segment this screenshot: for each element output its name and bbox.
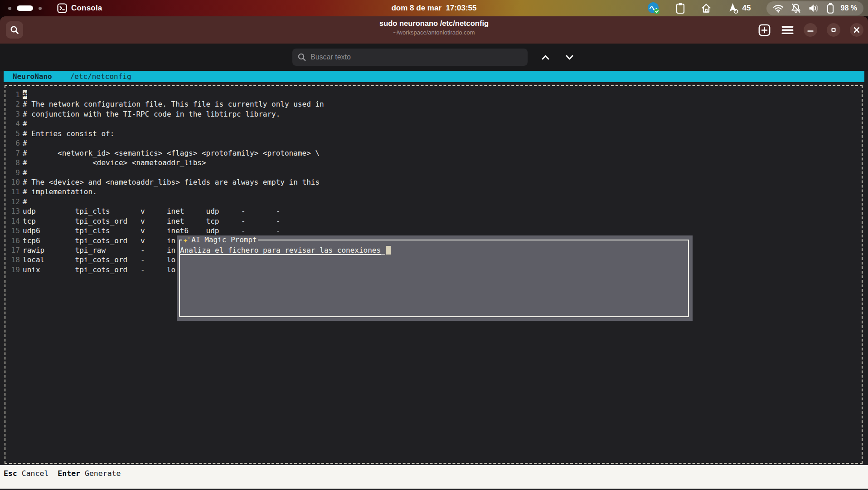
line-text: #	[23, 168, 27, 177]
editor-line: 11# implementation.	[9, 187, 862, 196]
system-tray: 45	[647, 0, 863, 16]
search-input[interactable]	[292, 49, 528, 66]
dialog-title-bar: ✦✦ AI Magic Prompt	[182, 235, 258, 245]
battery-percentage: 98 %	[841, 4, 857, 12]
line-number: 4	[9, 119, 20, 128]
editor-line: 2# The network configuration file. This …	[9, 99, 862, 109]
workspace-active-pill[interactable]	[17, 5, 33, 11]
line-number: 5	[9, 129, 20, 138]
window-actions	[757, 16, 863, 44]
line-text: # The <device> and <nametoaddr_libs> fie…	[23, 177, 320, 187]
line-text: # The network configuration file. This f…	[23, 99, 324, 109]
line-number: 11	[9, 187, 20, 196]
system-bar: Consola dom 8 de mar 17:03:55	[0, 0, 868, 16]
line-text: #	[23, 119, 27, 128]
window-subtitle: ~/workspace/antoniotirado.com	[0, 29, 868, 36]
line-number: 8	[9, 158, 20, 167]
focused-app[interactable]: Consola	[57, 3, 102, 13]
home-icon[interactable]	[701, 3, 712, 14]
line-number: 14	[9, 216, 20, 226]
battery-icon	[827, 3, 834, 14]
line-text: udp6 tpi_clts v inet6 udp - -	[23, 226, 280, 235]
tray-counter[interactable]: 45	[727, 2, 751, 14]
line-text: tcp6 tpi_cots_ord v in	[23, 236, 175, 245]
terminal-window: sudo neuronano /etc/netconfig ~/workspac…	[0, 16, 868, 490]
line-text: # implementation.	[23, 187, 97, 196]
notifications-muted-icon	[790, 3, 801, 14]
line-text: local tpi_cots_ord - lo	[23, 255, 175, 265]
workspace-indicator[interactable]	[8, 5, 42, 11]
footer-key-hint: Esc Cancel	[4, 469, 48, 478]
line-text: rawip tpi_raw - in	[23, 245, 175, 255]
footer-keybar: Esc CancelEnter Generate	[0, 465, 868, 489]
prompt-text: Analiza el fichero para revisar las cone…	[180, 245, 381, 255]
editor-line: 12#	[9, 197, 862, 206]
ai-magic-prompt-dialog: ✦✦ AI Magic Prompt Analiza el fichero pa…	[177, 235, 693, 321]
line-number: 19	[9, 265, 20, 274]
editor-line: 1#	[9, 90, 862, 99]
window-title: sudo neuronano /etc/netconfig	[0, 19, 868, 28]
line-number: 15	[9, 226, 20, 235]
line-text: # Entries consist of:	[23, 129, 114, 138]
editor-line: 6#	[9, 138, 862, 148]
line-number: 3	[9, 109, 20, 119]
editor-line: 14tcp tpi_cots_ord v inet tcp - -	[9, 216, 862, 226]
editor-line: 3# conjunction with the TI-RPC code in t…	[9, 109, 862, 119]
line-text: # <device> <nametoaddr_libs>	[23, 158, 206, 167]
footer-keys: Esc CancelEnter Generate	[4, 469, 130, 478]
editor-line: 4#	[9, 119, 862, 128]
maximize-button[interactable]	[827, 23, 840, 37]
line-number: 1	[9, 90, 20, 99]
clock[interactable]: dom 8 de mar 17:03:55	[391, 0, 476, 16]
status-pill[interactable]: 98 %	[766, 1, 863, 15]
editor-line: 15udp6 tpi_clts v inet6 udp - -	[9, 226, 862, 235]
terminal-app-icon	[57, 3, 67, 13]
line-number: 7	[9, 148, 20, 158]
line-text: # conjunction with the TI-RPC code in th…	[23, 109, 280, 119]
editor-line: 10# The <device> and <nametoaddr_libs> f…	[9, 177, 862, 187]
window-header: sudo neuronano /etc/netconfig ~/workspac…	[0, 16, 868, 44]
dialog-title: AI Magic Prompt	[191, 235, 257, 245]
editor-line: 9#	[9, 168, 862, 177]
nano-app-name: NeuroNano	[13, 72, 52, 81]
editor-line: 5# Entries consist of:	[9, 129, 862, 138]
line-text: # <network_id> <semantics> <flags> <prot…	[23, 148, 320, 158]
sparkles-icon: ✦✦	[183, 235, 188, 245]
line-number: 6	[9, 138, 20, 148]
nano-title-bar: NeuroNano /etc/netconfig	[4, 71, 864, 82]
line-number: 16	[9, 236, 20, 245]
line-text: tcp tpi_cots_ord v inet tcp - -	[23, 216, 280, 226]
nano-file-path: /etc/netconfig	[70, 72, 131, 81]
line-number: 12	[9, 197, 20, 206]
sync-app-icon[interactable]	[647, 2, 660, 15]
window-title-block: sudo neuronano /etc/netconfig ~/workspac…	[0, 19, 868, 36]
line-text: #	[23, 197, 27, 206]
paper-plane-icon	[727, 2, 739, 14]
workspace-dot[interactable]	[39, 7, 42, 10]
footer-key-hint: Enter Generate	[58, 469, 121, 478]
new-tab-button[interactable]	[757, 23, 771, 37]
minimize-button[interactable]	[804, 23, 817, 37]
line-number: 9	[9, 168, 20, 177]
tray-counter-value: 45	[742, 4, 751, 13]
prompt-trailing-space	[381, 246, 385, 255]
line-number: 2	[9, 99, 20, 109]
editor-line: 7# <network_id> <semantics> <flags> <pro…	[9, 148, 862, 158]
app-name: Consola	[71, 4, 102, 13]
close-button[interactable]	[850, 23, 863, 37]
line-number: 18	[9, 255, 20, 265]
line-text: udp tpi_clts v inet udp - -	[23, 206, 280, 216]
search-previous-button[interactable]	[539, 52, 552, 62]
search-next-button[interactable]	[563, 52, 576, 62]
menu-button[interactable]	[781, 23, 794, 37]
volume-icon	[808, 3, 820, 13]
wifi-icon	[773, 4, 784, 13]
line-number: 13	[9, 206, 20, 216]
clipboard-icon[interactable]	[675, 2, 685, 14]
editor-line: 13udp tpi_clts v inet udp - -	[9, 206, 862, 216]
editor-cursor: #	[23, 90, 27, 99]
line-text: unix tpi_cots_ord - lo	[23, 265, 175, 274]
line-text: #	[23, 138, 27, 148]
prompt-input[interactable]: Analiza el fichero para revisar las cone…	[180, 245, 391, 255]
workspace-dot[interactable]	[8, 7, 11, 10]
